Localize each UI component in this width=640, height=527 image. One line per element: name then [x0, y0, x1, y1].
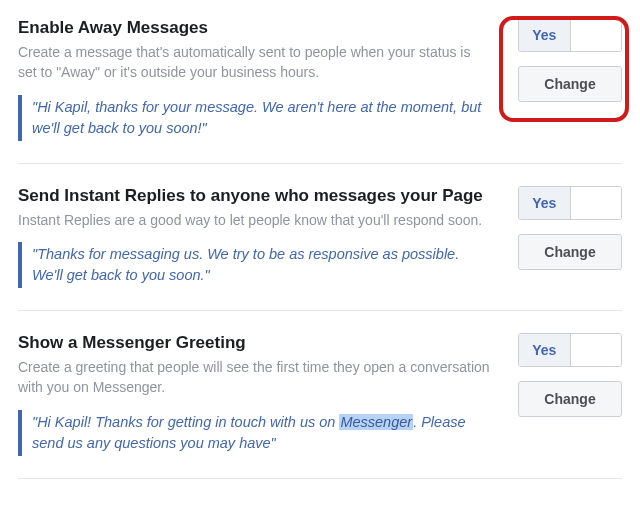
setting-instant-replies: Send Instant Replies to anyone who messa… — [18, 186, 622, 311]
setting-title: Show a Messenger Greeting — [18, 333, 492, 353]
setting-controls: Yes Change — [512, 186, 622, 270]
setting-sample-quote: "Hi Kapil, thanks for your message. We a… — [18, 95, 492, 141]
toggle-no-option[interactable] — [571, 334, 622, 366]
setting-sample-quote: "Hi Kapil! Thanks for getting in touch w… — [18, 410, 492, 456]
change-button[interactable]: Change — [518, 381, 622, 417]
setting-description: Create a message that's automatically se… — [18, 42, 492, 83]
setting-away-messages: Enable Away Messages Create a message th… — [18, 18, 622, 164]
setting-controls: Yes Change — [512, 18, 622, 102]
setting-messenger-greeting: Show a Messenger Greeting Create a greet… — [18, 333, 622, 479]
yes-no-toggle[interactable]: Yes — [518, 18, 622, 52]
setting-sample-quote: "Thanks for messaging us. We try to be a… — [18, 242, 492, 288]
setting-title: Send Instant Replies to anyone who messa… — [18, 186, 492, 206]
setting-description: Instant Replies are a good way to let pe… — [18, 210, 492, 230]
yes-no-toggle[interactable]: Yes — [518, 186, 622, 220]
yes-no-toggle[interactable]: Yes — [518, 333, 622, 367]
quote-text-prefix: "Hi Kapil! Thanks for getting in touch w… — [32, 414, 339, 430]
setting-title: Enable Away Messages — [18, 18, 492, 38]
toggle-yes-option[interactable]: Yes — [519, 187, 571, 219]
change-button[interactable]: Change — [518, 234, 622, 270]
toggle-yes-option[interactable]: Yes — [519, 19, 571, 51]
toggle-yes-option[interactable]: Yes — [519, 334, 571, 366]
setting-controls: Yes Change — [512, 333, 622, 417]
toggle-no-option[interactable] — [571, 19, 622, 51]
setting-description: Create a greeting that people will see t… — [18, 357, 492, 398]
toggle-no-option[interactable] — [571, 187, 622, 219]
change-button[interactable]: Change — [518, 66, 622, 102]
quote-text-highlighted: Messenger — [339, 414, 413, 430]
